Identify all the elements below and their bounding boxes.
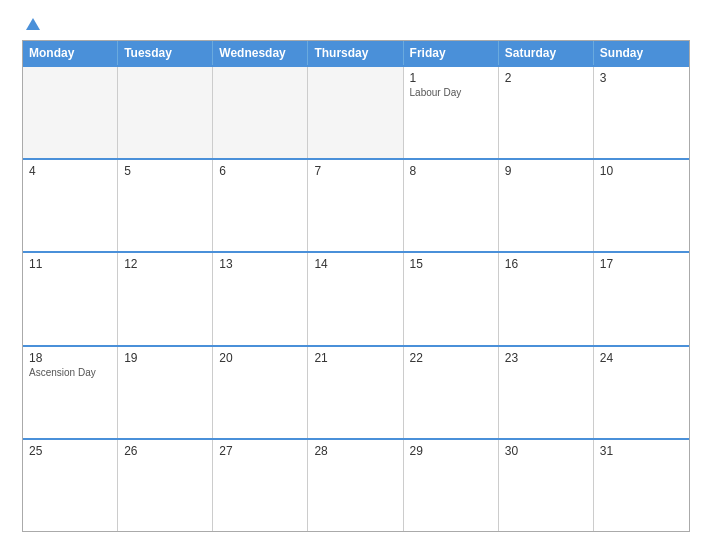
- day-number: 26: [124, 444, 206, 458]
- calendar-grid: MondayTuesdayWednesdayThursdayFridaySatu…: [22, 40, 690, 532]
- day-number: 14: [314, 257, 396, 271]
- weekday-header-friday: Friday: [404, 41, 499, 65]
- weekday-header-wednesday: Wednesday: [213, 41, 308, 65]
- day-number: 6: [219, 164, 301, 178]
- calendar-cell: 31: [594, 440, 689, 531]
- day-number: 1: [410, 71, 492, 85]
- calendar-cell: 22: [404, 347, 499, 438]
- calendar-cell: 3: [594, 67, 689, 158]
- day-number: 12: [124, 257, 206, 271]
- day-number: 4: [29, 164, 111, 178]
- calendar-cell: 16: [499, 253, 594, 344]
- calendar-cell: 26: [118, 440, 213, 531]
- calendar-cell: [118, 67, 213, 158]
- calendar-page: MondayTuesdayWednesdayThursdayFridaySatu…: [0, 0, 712, 550]
- holiday-label: Labour Day: [410, 87, 492, 98]
- week-row-4: 18Ascension Day192021222324: [23, 345, 689, 438]
- calendar-cell: 24: [594, 347, 689, 438]
- calendar-cell: 17: [594, 253, 689, 344]
- day-number: 27: [219, 444, 301, 458]
- day-number: 18: [29, 351, 111, 365]
- day-number: 10: [600, 164, 683, 178]
- calendar-cell: [308, 67, 403, 158]
- day-number: 21: [314, 351, 396, 365]
- weekday-header-tuesday: Tuesday: [118, 41, 213, 65]
- calendar-cell: 4: [23, 160, 118, 251]
- day-number: 3: [600, 71, 683, 85]
- logo-triangle-icon: [26, 18, 40, 30]
- day-number: 5: [124, 164, 206, 178]
- weekday-header-monday: Monday: [23, 41, 118, 65]
- calendar-cell: 8: [404, 160, 499, 251]
- calendar-cell: [23, 67, 118, 158]
- day-number: 8: [410, 164, 492, 178]
- calendar-cell: 29: [404, 440, 499, 531]
- day-number: 24: [600, 351, 683, 365]
- day-number: 29: [410, 444, 492, 458]
- weekday-header-thursday: Thursday: [308, 41, 403, 65]
- calendar-cell: 11: [23, 253, 118, 344]
- calendar-cell: 20: [213, 347, 308, 438]
- calendar-cell: 2: [499, 67, 594, 158]
- day-number: 31: [600, 444, 683, 458]
- calendar-cell: 9: [499, 160, 594, 251]
- calendar-body: 1Labour Day23456789101112131415161718Asc…: [23, 65, 689, 531]
- day-number: 16: [505, 257, 587, 271]
- day-number: 2: [505, 71, 587, 85]
- logo: [22, 18, 40, 32]
- week-row-5: 25262728293031: [23, 438, 689, 531]
- day-number: 13: [219, 257, 301, 271]
- calendar-cell: 23: [499, 347, 594, 438]
- day-number: 28: [314, 444, 396, 458]
- week-row-3: 11121314151617: [23, 251, 689, 344]
- calendar-cell: 28: [308, 440, 403, 531]
- calendar-cell: 21: [308, 347, 403, 438]
- calendar-cell: 30: [499, 440, 594, 531]
- weekday-header-saturday: Saturday: [499, 41, 594, 65]
- day-number: 11: [29, 257, 111, 271]
- calendar-cell: 27: [213, 440, 308, 531]
- calendar-header: MondayTuesdayWednesdayThursdayFridaySatu…: [23, 41, 689, 65]
- calendar-cell: 25: [23, 440, 118, 531]
- day-number: 19: [124, 351, 206, 365]
- day-number: 20: [219, 351, 301, 365]
- calendar-cell: 12: [118, 253, 213, 344]
- week-row-2: 45678910: [23, 158, 689, 251]
- calendar-cell: 7: [308, 160, 403, 251]
- calendar-cell: 10: [594, 160, 689, 251]
- calendar-cell: 18Ascension Day: [23, 347, 118, 438]
- day-number: 30: [505, 444, 587, 458]
- calendar-cell: 14: [308, 253, 403, 344]
- calendar-cell: 13: [213, 253, 308, 344]
- day-number: 25: [29, 444, 111, 458]
- day-number: 15: [410, 257, 492, 271]
- calendar-cell: 6: [213, 160, 308, 251]
- day-number: 7: [314, 164, 396, 178]
- day-number: 17: [600, 257, 683, 271]
- weekday-header-sunday: Sunday: [594, 41, 689, 65]
- week-row-1: 1Labour Day23: [23, 65, 689, 158]
- calendar-cell: 5: [118, 160, 213, 251]
- calendar-cell: [213, 67, 308, 158]
- calendar-cell: 15: [404, 253, 499, 344]
- day-number: 22: [410, 351, 492, 365]
- holiday-label: Ascension Day: [29, 367, 111, 378]
- top-bar: [22, 18, 690, 32]
- calendar-cell: 1Labour Day: [404, 67, 499, 158]
- day-number: 9: [505, 164, 587, 178]
- calendar-cell: 19: [118, 347, 213, 438]
- day-number: 23: [505, 351, 587, 365]
